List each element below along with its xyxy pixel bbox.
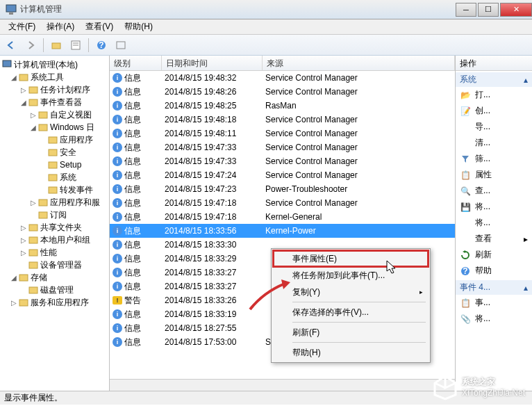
action-create[interactable]: 📝创... [456, 103, 532, 119]
event-level: 信息 [124, 336, 141, 348]
tree-expander-icon[interactable]: ▷ [19, 224, 28, 232]
col-level[interactable]: 级别 [110, 56, 162, 70]
table-row[interactable]: i信息2014/8/15 19:48:18Service Control Man… [110, 113, 455, 127]
tree-expander-icon[interactable]: ▷ [29, 111, 38, 119]
action-import[interactable]: 导... [456, 119, 532, 135]
menu-view[interactable]: 查看(V) [80, 19, 119, 34]
action-event-attach[interactable]: 📎将... [456, 311, 532, 327]
action-find[interactable]: 🔍查... [456, 183, 532, 199]
tree-item[interactable]: ◢存储 [0, 271, 109, 284]
warning-icon: ! [113, 296, 122, 304]
menu-help[interactable]: 帮助(H) [119, 19, 158, 34]
table-row[interactable]: i信息2014/8/15 19:47:24Service Control Man… [110, 168, 455, 182]
col-source[interactable]: 来源 [263, 56, 455, 70]
tree-item[interactable]: 安全 [0, 146, 109, 159]
tree-expander-icon[interactable]: ◢ [10, 274, 18, 282]
event-date: 2014/8/15 19:47:33 [162, 156, 263, 166]
table-row[interactable]: i信息2014/8/15 19:48:26Service Control Man… [110, 85, 455, 99]
tree-pane[interactable]: 计算机管理(本地) ◢系统工具▷任务计划程序◢事件查看器▷自定义视图◢Windo… [0, 56, 110, 391]
action-view[interactable]: 查看▸ [456, 231, 532, 247]
ctx-refresh[interactable]: 刷新(F) [273, 324, 429, 341]
event-level: 信息 [124, 211, 141, 223]
tree-item[interactable]: ▷应用程序和服 [0, 196, 109, 209]
action-help[interactable]: ?帮助 [456, 263, 532, 279]
horizontal-scrollbar[interactable] [110, 379, 455, 391]
up-folder-button[interactable] [48, 37, 65, 54]
tree-item[interactable]: ▷服务和应用程序 [0, 296, 109, 309]
tree-item[interactable]: ◢事件查看器 [0, 96, 109, 108]
tree-item[interactable]: ▷性能 [0, 246, 109, 259]
tree-item[interactable]: 应用程序 [0, 133, 109, 146]
table-row[interactable]: i信息2014/8/15 19:47:33Service Control Man… [110, 154, 455, 168]
table-row[interactable]: i信息2014/8/15 19:48:32Service Control Man… [110, 71, 455, 85]
tree-expander-icon[interactable]: ▷ [19, 86, 28, 94]
tree-item[interactable]: 设备管理器 [0, 259, 109, 271]
event-level: 信息 [124, 142, 141, 154]
table-row[interactable]: i信息2014/8/15 19:47:23Power-Troubleshoote… [110, 182, 455, 196]
info-icon: i [113, 337, 122, 347]
maximize-button[interactable]: ☐ [478, 3, 499, 17]
action-group-system[interactable]: 系统▴ [456, 72, 532, 87]
ctx-save-selected[interactable]: 保存选择的事件(V)... [273, 304, 429, 320]
event-level: 信息 [124, 184, 141, 195]
tree-item[interactable]: ◢Windows 日 [0, 121, 109, 133]
back-button[interactable] [3, 37, 19, 54]
action-attach[interactable]: 将... [456, 215, 532, 231]
action-clear[interactable]: 清... [456, 135, 532, 151]
table-row[interactable]: i信息2014/8/15 18:33:56Kernel-Power [110, 224, 455, 238]
properties-button[interactable] [67, 37, 84, 54]
forward-button[interactable] [22, 37, 39, 54]
tree-item[interactable]: ▷任务计划程序 [0, 83, 109, 96]
action-group-event[interactable]: 事件 4...▴ [456, 280, 532, 295]
close-button[interactable]: ✕ [500, 3, 532, 17]
tree-expander-icon[interactable]: ▷ [10, 299, 18, 307]
action-refresh[interactable]: 刷新 [456, 247, 532, 263]
ctx-help[interactable]: 帮助(H) [273, 344, 429, 361]
tree-item[interactable]: 磁盘管理 [0, 284, 109, 296]
action-event-props[interactable]: 📋事... [456, 295, 532, 311]
help-button[interactable]: ? [93, 37, 110, 54]
menu-action[interactable]: 操作(A) [41, 19, 80, 34]
event-source: Service Control Manager [263, 170, 455, 180]
action-filter[interactable]: 筛... [456, 151, 532, 167]
minimize-button[interactable]: ─ [456, 3, 476, 17]
event-source: Power-Troubleshooter [263, 184, 455, 194]
col-datetime[interactable]: 日期和时间 [162, 56, 263, 70]
ctx-copy[interactable]: 复制(Y)▸ [273, 284, 429, 300]
action-open[interactable]: 📂打... [456, 87, 532, 103]
tree-expander-icon[interactable]: ▷ [29, 199, 38, 206]
table-row[interactable]: i信息2014/8/15 19:48:25RasMan [110, 99, 455, 113]
tree-item[interactable]: 订阅 [0, 209, 109, 221]
menu-file[interactable]: 文件(F) [3, 19, 41, 34]
watermark-logo-icon [431, 373, 459, 400]
log-icon [47, 172, 58, 183]
tree-expander-icon[interactable]: ◢ [29, 124, 38, 131]
sub-icon [38, 209, 49, 220]
info-icon: i [113, 170, 122, 180]
tree-item[interactable]: ▷共享文件夹 [0, 221, 109, 234]
tree-item-label: 性能 [40, 247, 57, 259]
tree-item[interactable]: 系统 [0, 171, 109, 184]
tree-expander-icon[interactable]: ◢ [19, 99, 28, 106]
table-row[interactable]: i信息2014/8/15 19:48:11Service Control Man… [110, 127, 455, 140]
table-row[interactable]: i信息2014/8/15 19:47:18Service Control Man… [110, 196, 455, 210]
tree-item[interactable]: 转发事件 [0, 184, 109, 196]
tree-expander-icon[interactable]: ◢ [10, 74, 18, 81]
tree-item[interactable]: ▷本地用户和组 [0, 234, 109, 246]
tree-expander-icon[interactable]: ▷ [19, 236, 28, 244]
table-row[interactable]: i信息2014/8/15 19:47:18Kernel-General [110, 210, 455, 224]
event-date: 2014/8/15 19:47:33 [162, 143, 263, 152]
tree-item[interactable]: ◢系统工具 [0, 71, 109, 83]
tree-expander-icon[interactable]: ▷ [19, 249, 28, 257]
table-row[interactable]: i信息2014/8/15 19:47:33Service Control Man… [110, 140, 455, 154]
tree-item[interactable]: Setup [0, 159, 109, 171]
tree-item[interactable]: ▷自定义视图 [0, 108, 109, 121]
tree-root[interactable]: 计算机管理(本地) [0, 58, 109, 71]
info-icon: i [113, 129, 122, 138]
ctx-attach-task[interactable]: 将任务附加到此事件(T)... [273, 267, 429, 284]
action-properties[interactable]: 📋属性 [456, 167, 532, 183]
action-save[interactable]: 💾将... [456, 199, 532, 215]
ctx-event-properties[interactable]: 事件属性(E) [273, 250, 429, 267]
svg-text:?: ? [463, 266, 467, 276]
view-button[interactable] [113, 37, 129, 54]
